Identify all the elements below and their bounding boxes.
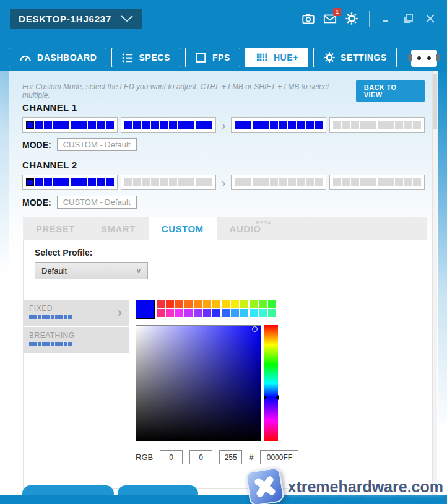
led-cell[interactable] [142, 178, 150, 186]
led-cell[interactable] [61, 178, 69, 186]
led-cell[interactable] [243, 178, 251, 186]
led-strip-group[interactable] [231, 117, 326, 133]
palette-swatch[interactable] [240, 309, 248, 317]
led-cell[interactable] [133, 178, 141, 186]
led-cell[interactable] [270, 178, 278, 186]
led-cell[interactable] [261, 121, 269, 129]
led-cell[interactable] [169, 178, 177, 186]
hue-slider[interactable] [264, 325, 278, 441]
led-cell[interactable] [97, 178, 105, 186]
led-cell[interactable] [61, 121, 69, 129]
palette-swatch[interactable] [231, 300, 239, 308]
led-cell[interactable] [79, 178, 87, 186]
led-cell[interactable] [53, 121, 61, 129]
led-cell[interactable] [297, 178, 305, 186]
led-cell[interactable] [26, 121, 34, 129]
led-cell[interactable] [106, 121, 114, 129]
hue-marker-right[interactable] [276, 395, 279, 400]
led-cell[interactable] [270, 121, 278, 129]
palette-swatch[interactable] [259, 309, 267, 317]
palette-swatch[interactable] [250, 300, 258, 308]
palette-swatch[interactable] [222, 300, 230, 308]
nav-tab-dashboard[interactable]: DASHBOARD [9, 48, 106, 67]
palette-swatch[interactable] [203, 309, 211, 317]
palette-swatch[interactable] [157, 309, 165, 317]
mode-item-fixed[interactable]: FIXED› [23, 300, 129, 326]
led-cell[interactable] [169, 121, 177, 129]
led-cell[interactable] [178, 121, 186, 129]
nav-tab-fps[interactable]: FPS [185, 48, 240, 67]
scrollbar-thumb[interactable] [433, 74, 437, 129]
led-cell[interactable] [71, 178, 79, 186]
hue-marker-left[interactable] [264, 395, 267, 400]
tab-smart[interactable]: SMART [88, 217, 149, 240]
led-cell[interactable] [160, 178, 168, 186]
red-input[interactable] [160, 450, 183, 464]
led-cell[interactable] [196, 178, 204, 186]
led-cell[interactable] [186, 121, 194, 129]
led-cell[interactable] [395, 178, 403, 186]
led-cell[interactable] [160, 121, 168, 129]
led-cell[interactable] [288, 178, 296, 186]
green-input[interactable] [189, 450, 212, 464]
led-cell[interactable] [279, 121, 287, 129]
led-strip-group[interactable] [121, 117, 216, 133]
led-cell[interactable] [315, 178, 323, 186]
palette-swatch[interactable] [184, 309, 193, 317]
nav-tab-hue[interactable]: HUE+ [245, 48, 308, 67]
led-cell[interactable] [368, 178, 376, 186]
led-cell[interactable] [368, 121, 376, 129]
led-cell[interactable] [404, 121, 412, 129]
led-cell[interactable] [253, 121, 261, 129]
led-cell[interactable] [306, 178, 314, 186]
led-cell[interactable] [386, 121, 394, 129]
led-cell[interactable] [186, 178, 194, 186]
led-cell[interactable] [124, 121, 132, 129]
led-cell[interactable] [404, 178, 412, 186]
led-cell[interactable] [35, 121, 43, 129]
led-cell[interactable] [44, 178, 52, 186]
led-cell[interactable] [306, 121, 314, 129]
led-strip-group[interactable] [231, 175, 326, 190]
led-cell[interactable] [360, 121, 368, 129]
led-cell[interactable] [333, 121, 341, 129]
palette-swatch[interactable] [175, 300, 183, 308]
led-cell[interactable] [279, 178, 287, 186]
led-cell[interactable] [378, 121, 386, 129]
led-cell[interactable] [235, 178, 243, 186]
led-cell[interactable] [124, 178, 132, 186]
led-cell[interactable] [253, 178, 261, 186]
nav-tab-specs[interactable]: SPECS [111, 48, 180, 67]
camera-icon[interactable] [302, 12, 315, 25]
led-cell[interactable] [53, 178, 61, 186]
profile-select[interactable]: Default ∨ [35, 262, 148, 279]
palette-swatch[interactable] [259, 300, 267, 308]
palette-swatch[interactable] [194, 309, 202, 317]
led-cell[interactable] [35, 178, 43, 186]
gear-icon[interactable] [345, 12, 358, 25]
palette-swatch[interactable] [250, 309, 258, 317]
palette-swatch[interactable] [212, 309, 220, 317]
led-cell[interactable] [386, 178, 394, 186]
led-cell[interactable] [178, 178, 186, 186]
led-strip-group[interactable] [329, 175, 425, 190]
palette-swatch[interactable] [166, 309, 174, 317]
led-cell[interactable] [235, 121, 243, 129]
palette-swatch[interactable] [203, 300, 211, 308]
led-cell[interactable] [342, 178, 350, 186]
led-cell[interactable] [413, 121, 421, 129]
led-cell[interactable] [351, 178, 359, 186]
palette-swatch[interactable] [268, 309, 276, 317]
palette-swatch[interactable] [175, 309, 183, 317]
led-cell[interactable] [395, 121, 403, 129]
color-cursor[interactable] [252, 326, 258, 332]
host-selector[interactable]: DESKTOP-1HJ6237 [10, 9, 142, 29]
led-cell[interactable] [204, 121, 212, 129]
led-cell[interactable] [342, 121, 350, 129]
led-cell[interactable] [71, 121, 79, 129]
nav-tab-settings[interactable]: SETTINGS [313, 48, 397, 67]
led-strip-group[interactable] [22, 175, 118, 190]
led-strip-group[interactable] [329, 117, 425, 133]
led-cell[interactable] [196, 121, 204, 129]
led-cell[interactable] [360, 178, 368, 186]
